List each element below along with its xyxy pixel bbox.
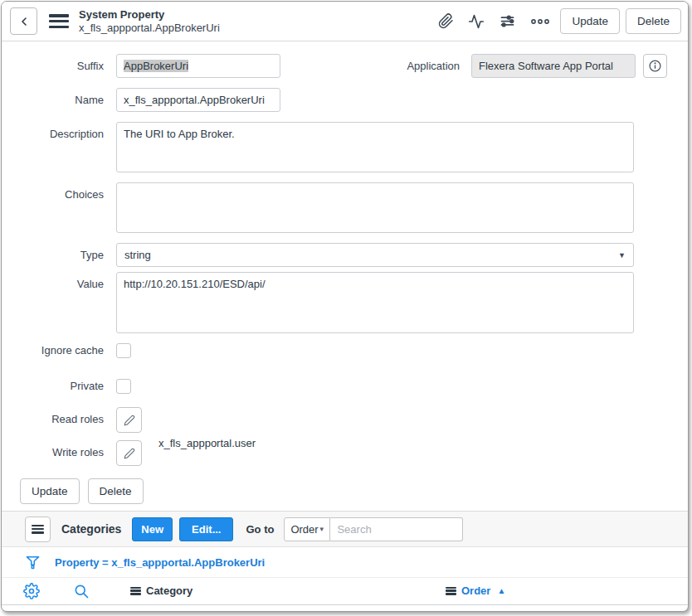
personalize-form-button[interactable] bbox=[495, 11, 520, 32]
application-info-button[interactable] bbox=[643, 54, 667, 78]
type-select-value: string bbox=[124, 249, 151, 261]
goto-field-select[interactable]: Order ▼ bbox=[284, 517, 330, 541]
funnel-icon[interactable] bbox=[25, 554, 41, 570]
page-title: System Property bbox=[79, 8, 220, 22]
column-menu-icon[interactable] bbox=[130, 587, 141, 595]
row-ignore-cache: Ignore cache bbox=[8, 342, 667, 358]
system-property-window: System Property x_fls_appportal.AppBroke… bbox=[1, 1, 689, 612]
chevron-down-icon: ▼ bbox=[618, 251, 626, 259]
related-list-title: Categories bbox=[61, 522, 121, 536]
description-label: Description bbox=[8, 122, 104, 172]
list-header-row: Category Order ▲ bbox=[2, 578, 688, 605]
row-suffix-application: Suffix AppBrokerUri Application Flexera … bbox=[8, 54, 667, 78]
form-header: System Property x_fls_appportal.AppBroke… bbox=[2, 2, 688, 41]
edit-button[interactable]: Edit... bbox=[179, 517, 233, 541]
list-filter-row: Property = x_fls_appportal.AppBrokerUri bbox=[2, 547, 688, 578]
categories-related-list: Categories New Edit... Go to Order ▼ Pro… bbox=[2, 511, 688, 605]
search-icon[interactable] bbox=[73, 583, 90, 599]
column-order-label: Order bbox=[461, 584, 490, 597]
header-actions: Update Delete bbox=[434, 8, 681, 34]
related-list-toolbar: Categories New Edit... Go to Order ▼ bbox=[2, 511, 688, 547]
activity-stream-button[interactable] bbox=[464, 12, 489, 32]
gear-icon[interactable] bbox=[23, 583, 40, 599]
name-label: Name bbox=[8, 88, 104, 112]
ignore-cache-checkbox[interactable] bbox=[116, 343, 131, 358]
new-button[interactable]: New bbox=[132, 517, 173, 541]
list-context-menu-button[interactable] bbox=[25, 517, 51, 542]
write-roles-label: Write roles bbox=[8, 440, 104, 466]
form-footer-buttons: Update Delete bbox=[20, 478, 667, 511]
three-dots-icon bbox=[530, 17, 550, 27]
application-field: Flexera Software App Portal bbox=[471, 54, 636, 78]
row-value: Value http://10.20.151.210/ESD/api/ bbox=[8, 272, 667, 333]
application-group: Application Flexera Software App Portal bbox=[407, 54, 667, 78]
paperclip-icon bbox=[438, 13, 454, 29]
info-icon bbox=[648, 59, 662, 73]
private-label: Private bbox=[8, 377, 104, 394]
column-header-category[interactable]: Category bbox=[130, 584, 192, 597]
value-textarea[interactable]: http://10.20.151.210/ESD/api/ bbox=[116, 272, 634, 333]
name-input[interactable] bbox=[116, 88, 280, 112]
choices-label: Choices bbox=[8, 182, 104, 233]
column-header-order[interactable]: Order ▲ bbox=[446, 584, 505, 597]
update-button[interactable]: Update bbox=[560, 8, 620, 34]
filter-breadcrumb[interactable]: Property = x_fls_appportal.AppBrokerUri bbox=[55, 556, 265, 569]
chevron-left-icon bbox=[17, 15, 31, 28]
description-textarea[interactable]: The URI to App Broker. bbox=[116, 122, 634, 172]
choices-textarea[interactable] bbox=[116, 182, 634, 233]
application-label: Application bbox=[407, 54, 460, 72]
pencil-icon bbox=[124, 415, 135, 426]
goto-label: Go to bbox=[246, 523, 274, 536]
back-button[interactable] bbox=[10, 7, 37, 35]
read-roles-label: Read roles bbox=[8, 407, 104, 433]
row-type: Type string ▼ bbox=[8, 243, 667, 267]
row-name: Name bbox=[8, 88, 667, 112]
pencil-icon bbox=[124, 448, 135, 459]
write-roles-value: x_fls_appportal.user bbox=[158, 437, 256, 466]
row-choices: Choices bbox=[8, 182, 667, 233]
type-label: Type bbox=[8, 243, 104, 267]
suffix-label: Suffix bbox=[8, 54, 104, 78]
row-write-roles: Write roles x_fls_appportal.user bbox=[8, 440, 667, 466]
delete-button-bottom[interactable]: Delete bbox=[88, 478, 144, 504]
row-private: Private bbox=[8, 377, 667, 394]
goto-select-value: Order bbox=[290, 523, 318, 536]
private-checkbox[interactable] bbox=[116, 379, 131, 394]
update-button-bottom[interactable]: Update bbox=[20, 478, 80, 504]
sliders-icon bbox=[499, 12, 516, 30]
suffix-input[interactable]: AppBrokerUri bbox=[116, 54, 280, 78]
attachments-button[interactable] bbox=[434, 12, 458, 31]
record-title-block: System Property x_fls_appportal.AppBroke… bbox=[79, 8, 220, 35]
hamburger-icon bbox=[32, 525, 44, 534]
page-subtitle: x_fls_appportal.AppBrokerUri bbox=[79, 22, 220, 35]
write-roles-edit-button[interactable] bbox=[116, 440, 142, 466]
list-search-input[interactable] bbox=[330, 517, 463, 541]
sort-ascending-icon: ▲ bbox=[497, 586, 505, 595]
row-description: Description The URI to App Broker. bbox=[8, 122, 667, 172]
ignore-cache-label: Ignore cache bbox=[8, 342, 104, 358]
record-form: Suffix AppBrokerUri Application Flexera … bbox=[2, 41, 688, 511]
column-category-label: Category bbox=[146, 584, 192, 597]
value-label: Value bbox=[8, 272, 104, 333]
more-options-button[interactable] bbox=[526, 15, 554, 28]
suffix-selected-text: AppBrokerUri bbox=[124, 60, 188, 72]
form-context-menu-icon[interactable] bbox=[49, 14, 69, 28]
row-read-roles: Read roles bbox=[8, 407, 667, 433]
chevron-down-icon: ▼ bbox=[319, 526, 325, 533]
delete-button[interactable]: Delete bbox=[626, 8, 681, 34]
activity-icon bbox=[468, 13, 485, 30]
type-select[interactable]: string ▼ bbox=[116, 243, 634, 267]
read-roles-edit-button[interactable] bbox=[116, 407, 142, 433]
column-menu-icon[interactable] bbox=[446, 587, 456, 595]
